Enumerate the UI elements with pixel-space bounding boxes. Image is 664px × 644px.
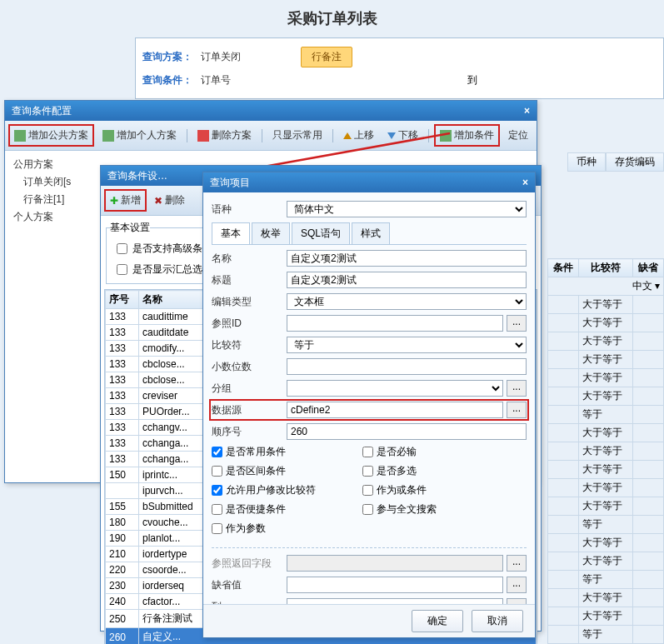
order-input[interactable] <box>287 423 527 440</box>
table-row[interactable]: 大于等于 <box>548 387 664 406</box>
cancel-button[interactable]: 取消 <box>472 610 523 632</box>
retfield-label: 参照返回字段 <box>212 557 287 571</box>
move-up-button[interactable]: 上移 <box>338 125 379 146</box>
chk-range[interactable] <box>212 466 222 477</box>
refid-input[interactable] <box>287 315 503 332</box>
tab-enum[interactable]: 枚举 <box>252 222 290 244</box>
defval-input[interactable] <box>287 577 503 593</box>
group-browse-button[interactable]: ... <box>507 380 527 397</box>
edittype-label: 编辑类型 <box>212 295 287 309</box>
show-common-button[interactable]: 只显示常用 <box>267 125 327 146</box>
table-row[interactable]: 大于等于 <box>548 497 664 516</box>
table-row[interactable]: 等于 <box>548 406 664 424</box>
chk-allowmod-label: 允许用户修改比较符 <box>226 483 316 497</box>
col-no[interactable]: 序号 <box>106 291 139 309</box>
to-input[interactable] <box>287 598 503 604</box>
table-row[interactable]: 大于等于 <box>548 442 664 461</box>
table-row[interactable]: 大于等于 <box>548 314 664 332</box>
separator <box>187 129 187 142</box>
chk-asor-label: 作为或条件 <box>377 483 427 497</box>
table-row[interactable]: 中文 ▾ <box>548 277 664 296</box>
delete-scheme-button[interactable]: 删除方案 <box>192 125 257 146</box>
lang-select[interactable]: 简体中文 <box>287 201 527 217</box>
col-cmp[interactable]: 比较符 <box>579 259 632 277</box>
chk-allowmod[interactable] <box>212 485 222 496</box>
table-row[interactable]: 大于等于 <box>548 332 664 351</box>
separator <box>332 129 333 142</box>
move-down-button[interactable]: 下移 <box>382 125 423 146</box>
source-browse-button[interactable]: ... <box>507 402 527 418</box>
win2-title: 查询条件设… <box>107 169 167 183</box>
close-icon[interactable]: × <box>522 177 528 188</box>
tab-style[interactable]: 样式 <box>352 222 390 244</box>
table-row[interactable]: 大于等于 <box>548 461 664 479</box>
to-label: 到 <box>212 600 287 605</box>
close-icon[interactable]: × <box>524 105 530 117</box>
table-row[interactable]: 大于等于 <box>548 607 664 626</box>
scheme-tree[interactable]: 公用方案 订单关闭[s 行备注[1] 个人方案 <box>5 151 76 489</box>
refid-browse-button[interactable]: ... <box>507 315 527 332</box>
decimals-input[interactable] <box>287 358 527 375</box>
refid-label: 参照ID <box>212 317 287 331</box>
win1-titlebar[interactable]: 查询条件配置 × <box>5 101 537 121</box>
chk-required[interactable] <box>362 447 373 457</box>
table-row[interactable]: 大于等于 <box>548 552 664 571</box>
delete-button[interactable]: ✖删除 <box>149 190 190 211</box>
col-miss[interactable]: 缺省 <box>632 259 663 277</box>
chk-shortcut[interactable] <box>212 504 222 515</box>
to-browse-button[interactable]: ... <box>507 598 527 604</box>
table-row[interactable]: 大于等于 <box>548 589 664 607</box>
group-select[interactable] <box>287 380 503 397</box>
tab-basic[interactable]: 基本 <box>212 222 250 244</box>
chk-asor[interactable] <box>362 485 373 496</box>
tag-button[interactable]: 行备注 <box>301 47 352 67</box>
col-currency: 币种 <box>567 152 606 172</box>
tree-node[interactable]: 订单关闭[s <box>10 173 71 191</box>
tree-node[interactable]: 行备注[1] <box>10 191 71 208</box>
add-personal-scheme-button[interactable]: 增加个人方案 <box>97 125 182 146</box>
table-row[interactable]: 大于等于 <box>548 296 664 314</box>
chk-multi[interactable] <box>362 466 373 477</box>
tree-personal-root[interactable]: 个人方案 <box>10 208 71 226</box>
chk-common[interactable] <box>212 447 222 457</box>
name-input[interactable] <box>287 250 527 267</box>
tree-public-root[interactable]: 公用方案 <box>10 156 71 173</box>
show-sum-checkbox[interactable] <box>117 264 127 275</box>
chk-multi-label: 是否多选 <box>377 464 417 478</box>
edittype-select[interactable]: 文本框 <box>287 293 527 310</box>
page-title: 采购订单列表 <box>0 8 664 28</box>
add-icon <box>102 130 114 142</box>
tab-sql[interactable]: SQL语句 <box>292 222 350 244</box>
down-icon <box>387 132 396 139</box>
col-cond[interactable]: 条件 <box>548 259 579 277</box>
win3-titlebar[interactable]: 查询项目 × <box>203 172 535 192</box>
right-compare-grid: 条件 比较符 缺省 中文 ▾大于等于大于等于大于等于大于等于大于等于大于等于等于… <box>547 258 664 644</box>
source-input[interactable] <box>287 402 503 418</box>
defval-browse-button[interactable]: ... <box>507 577 527 593</box>
add-public-scheme-button[interactable]: 增加公共方案 <box>8 124 94 147</box>
compare-select[interactable]: 等于 <box>287 337 527 353</box>
retfield-browse-button[interactable]: ... <box>507 555 527 572</box>
separator <box>262 129 262 142</box>
table-row[interactable]: 大于等于 <box>548 351 664 369</box>
title-label: 标题 <box>212 273 287 287</box>
chk-asparam[interactable] <box>212 523 222 534</box>
table-row[interactable]: 等于 <box>548 571 664 589</box>
table-row[interactable]: 大于等于 <box>548 534 664 552</box>
adv-cond-checkbox[interactable] <box>117 243 127 254</box>
title-input[interactable] <box>287 272 527 288</box>
add-button[interactable]: ✚新增 <box>104 189 147 212</box>
right-col-headers: 币种 存货编码 <box>567 152 664 172</box>
chk-fulltext[interactable] <box>362 504 373 515</box>
add-condition-button[interactable]: 增加条件 <box>434 124 500 147</box>
table-row[interactable]: 大于等于 <box>548 369 664 387</box>
delete-icon <box>197 130 209 142</box>
table-row[interactable]: 等于 <box>548 516 664 534</box>
query-item-dialog: 查询项目 × 语种 简体中文 基本 枚举 SQL语句 样式 名称 标题 编辑类型… <box>202 172 536 638</box>
ok-button[interactable]: 确定 <box>412 610 463 632</box>
chk-common-label: 是否常用条件 <box>226 445 286 459</box>
locate-button[interactable]: 定位 <box>503 125 533 146</box>
table-row[interactable]: 等于 <box>548 626 664 644</box>
table-row[interactable]: 大于等于 <box>548 479 664 497</box>
table-row[interactable]: 大于等于 <box>548 424 664 442</box>
